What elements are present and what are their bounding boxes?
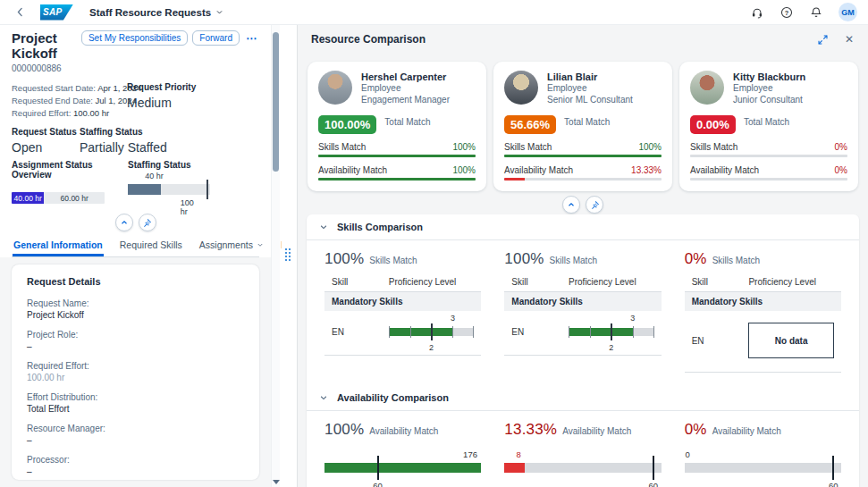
availability-target-label: 60 [649, 481, 659, 487]
request-status-label: Request Status [12, 127, 80, 137]
help-button[interactable]: ? [780, 5, 794, 20]
chevron-up-icon [567, 200, 576, 209]
total-match-badge: 56.66% [504, 115, 556, 134]
support-button[interactable] [750, 5, 764, 20]
tab-required-skills[interactable]: Required Skills [119, 235, 183, 256]
skills-comparison-section: Skills Comparison 100% Skills Match Skil… [307, 214, 859, 385]
skills-column: 100% Skills Match SkillProficiency Level… [504, 250, 661, 373]
skills-match-label: Skills Match [318, 142, 366, 152]
chevron-up-icon [120, 218, 129, 227]
start-date-label: Requested Start Date: [12, 83, 96, 93]
header-toolbar [12, 214, 259, 231]
effort-distribution-value: Total Effort [27, 403, 244, 415]
tab-matching[interactable]: Matching [280, 235, 282, 256]
candidate-type: Employee [361, 82, 450, 94]
candidate-card[interactable]: Hershel Carpenter Employee Engagement Ma… [308, 62, 486, 191]
scrollbar-thumb[interactable] [273, 32, 279, 172]
pin-cards-button[interactable] [586, 196, 603, 214]
app-title-menu[interactable]: Staff Resource Requests [89, 7, 223, 18]
availability-match-bar [318, 178, 476, 181]
panel-splitter[interactable] [280, 25, 297, 487]
user-avatar-menu[interactable]: GM [839, 3, 857, 21]
skills-match-label: Skills Match [690, 142, 737, 152]
app-window: SAP Staff Resource Requests ? GM Project… [0, 0, 868, 487]
enter-fullscreen-button[interactable] [816, 33, 830, 46]
notifications-button[interactable] [809, 5, 823, 20]
availability-column: 100% Availability Match 176 60 [324, 421, 481, 487]
assignment-overview-label: Assignment Status Overview [12, 160, 128, 180]
forward-button[interactable]: Forward [192, 30, 240, 46]
svg-text:?: ? [785, 8, 789, 16]
assigned-segment: 40.00 hr [12, 192, 44, 204]
collapse-cards-button[interactable] [562, 196, 580, 214]
close-panel-button[interactable]: ✕ [844, 32, 855, 46]
skills-table: SkillProficiency Level Mandatory Skills … [324, 274, 481, 356]
candidate-card[interactable]: Lilian Blair Employee Senior ML Consulta… [493, 62, 672, 191]
pin-header-button[interactable] [139, 214, 156, 231]
tab-content: Request Details Request Name:Project Kic… [0, 257, 271, 487]
skill-name: EN [692, 336, 749, 346]
availability-value-label: 176 [463, 449, 477, 459]
candidate-photo [318, 71, 352, 105]
scrollbar-down-arrow[interactable] [273, 480, 280, 484]
headset-icon [751, 6, 763, 19]
effort-value: 100.00 hr [73, 108, 109, 118]
proficiency-bullet-chart: 3 2 [389, 323, 475, 341]
collapse-header-button[interactable] [115, 214, 133, 231]
header-facts: Requested Start Date: Apr 1, 2024 Reques… [12, 82, 259, 120]
skill-row: EN 3 2 [324, 311, 481, 356]
app-title: Staff Resource Requests [89, 7, 211, 18]
page-title: Project Kickoff [12, 30, 81, 61]
chevron-down-icon [257, 241, 264, 248]
comparison-content: Skills Comparison 100% Skills Match Skil… [307, 214, 859, 487]
no-data-box: No data [748, 323, 834, 358]
total-match-label: Total Match [384, 117, 430, 127]
collapse-skills-section-button[interactable] [318, 222, 329, 232]
skills-match-percent: 100% [324, 250, 364, 268]
proficiency-bullet-chart: 3 2 [569, 323, 654, 341]
candidate-card[interactable]: Kitty Blackburn Employee Junior Consulta… [679, 62, 858, 191]
staffed-hours-label: 40 hr [145, 172, 164, 181]
candidate-role: Senior ML Consultant [547, 94, 633, 105]
total-match-badge: 0.00% [690, 115, 736, 134]
availability-bullet-chart: 176 60 [324, 449, 481, 487]
tab-bar: General Information Required Skills Assi… [12, 234, 259, 257]
assignment-status-chart: 40.00 hr 60.00 hr [12, 192, 105, 204]
staffing-status-label: Staffing Status [80, 127, 259, 137]
tab-general-information[interactable]: General Information [13, 235, 104, 256]
collapse-availability-section-button[interactable] [318, 392, 329, 403]
staffing-status-value: Partially Staffed [80, 140, 259, 155]
total-hours-label: 100 hr [181, 198, 200, 216]
availability-column: 13.33% Availability Match 8 60 [504, 421, 661, 487]
chevron-down-icon [319, 223, 328, 231]
left-panel-scrollbar [271, 25, 280, 487]
back-button[interactable] [13, 4, 28, 20]
chevron-left-icon [14, 6, 26, 18]
skills-match-bar [690, 155, 847, 157]
availability-value-label: 8 [516, 449, 520, 459]
overflow-menu-button[interactable]: ⋯ [244, 32, 259, 45]
availability-bullet-chart: 0 60 [685, 449, 841, 487]
chevron-down-icon [215, 8, 223, 16]
target-marker [832, 456, 834, 480]
availability-section-title: Availability Comparison [337, 392, 449, 403]
candidate-type: Employee [547, 82, 633, 94]
candidate-photo [504, 71, 538, 105]
shell-bar: SAP Staff Resource Requests ? GM [0, 0, 868, 25]
target-marker [206, 180, 208, 199]
chevron-down-icon [319, 393, 328, 402]
availability-target-label: 60 [829, 481, 839, 487]
availability-match-label: Availability Match [504, 165, 573, 175]
staffing-bullet-chart: 40 hr 100 hr [128, 172, 210, 213]
staffing-chart-label: Staffing Status [128, 160, 259, 170]
skills-group-header: Mandatory Skills [504, 292, 661, 311]
set-responsibilities-button[interactable]: Set My Responsibilities [81, 30, 188, 46]
pin-icon [142, 218, 152, 228]
skills-match-percent: 100% [504, 250, 544, 268]
target-marker [653, 456, 654, 480]
candidate-name: Hershel Carpenter [361, 71, 450, 82]
skills-table: SkillProficiency Level Mandatory Skills … [685, 274, 841, 373]
end-date-label: Requested End Date: [12, 96, 93, 105]
proficiency-value-label: 3 [451, 314, 455, 323]
tab-assignments[interactable]: Assignments [198, 235, 265, 256]
